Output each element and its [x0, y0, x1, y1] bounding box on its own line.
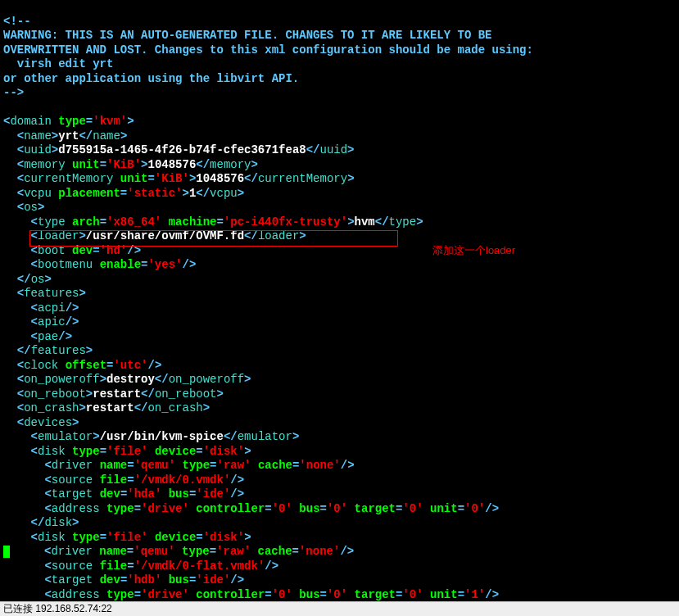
cursor-icon: [3, 546, 10, 558]
tag-disk: disk: [38, 531, 66, 544]
tag-target: target: [52, 487, 93, 500]
tag-pae: pae: [38, 330, 58, 343]
tag-vcpu: vcpu: [24, 187, 52, 200]
tag-os: os: [24, 201, 38, 214]
attr-val: 'kvm': [93, 115, 127, 128]
tag-memory: memory: [24, 158, 65, 171]
tag-target: target: [52, 573, 93, 587]
xml-comment: OVERWRITTEN AND LOST. Changes to this xm…: [3, 43, 533, 57]
tag-address: address: [52, 502, 100, 515]
tag-apic: apic: [38, 315, 66, 328]
tag-type: type: [38, 215, 66, 229]
tag-on-poweroff: on_poweroff: [24, 373, 99, 386]
tag-features: features: [24, 287, 79, 300]
xml-comment: WARNING: THIS IS AN AUTO-GENERATED FILE.…: [3, 29, 492, 42]
tag-devices: devices: [24, 416, 72, 429]
tag-source: source: [52, 473, 93, 487]
terminal-editor[interactable]: <!-- WARNING: THIS IS AN AUTO-GENERATED …: [0, 0, 679, 616]
tag-bootmenu: bootmenu: [38, 258, 93, 271]
tag-source: source: [52, 559, 93, 573]
annotation-text: 添加这一个loader: [432, 244, 515, 257]
tag-disk: disk: [38, 445, 66, 458]
tag-on-crash: on_crash: [24, 401, 79, 414]
xml-comment: -->: [3, 86, 24, 99]
tag-on-reboot: on_reboot: [24, 387, 86, 401]
tag-address: address: [52, 588, 100, 601]
tag-loader: loader: [38, 229, 79, 242]
xml-comment: virsh edit yrt: [3, 57, 113, 70]
xml-comment: <!--: [3, 15, 31, 28]
tag-domain: domain: [10, 115, 51, 128]
connection-status-bar: 已连接 192.168.52.74:22: [0, 601, 679, 616]
tag-emulator: emulator: [38, 430, 93, 443]
tag-uuid: uuid: [24, 143, 52, 156]
tag-driver: driver: [52, 459, 93, 472]
loader-path: /usr/share/ovmf/OVMF.fd: [86, 229, 244, 242]
tag-name: name: [24, 129, 52, 143]
tag-acpi: acpi: [38, 301, 66, 315]
vm-name: yrt: [58, 129, 79, 143]
attr: type: [58, 115, 86, 128]
uuid-text: d755915a-1465-4f26-b74f-cfec3671fea8: [58, 143, 306, 156]
tag-boot: boot: [38, 244, 66, 257]
tag-clock: clock: [24, 359, 58, 372]
tag-driver: driver: [51, 545, 92, 558]
xml-comment: or other application using the libvirt A…: [3, 72, 299, 85]
tag-currentmemory: currentMemory: [24, 172, 113, 185]
